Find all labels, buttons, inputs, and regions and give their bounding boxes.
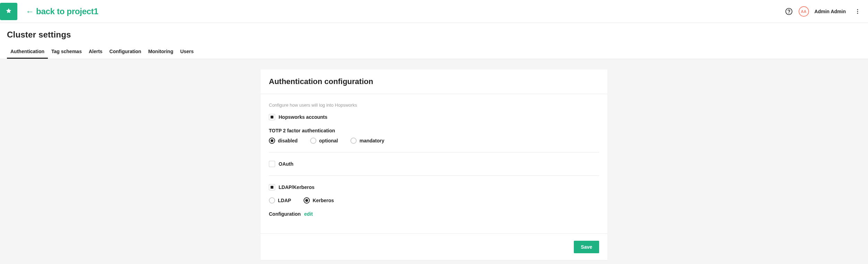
topbar: ← back to project1 AA Admin Admin <box>0 0 868 23</box>
svg-point-1 <box>789 13 789 13</box>
radio-optional[interactable] <box>310 138 316 144</box>
page-header: Cluster settings Authentication Tag sche… <box>0 23 868 59</box>
radio-kerberos[interactable] <box>304 197 310 204</box>
radio-label-mandatory: mandatory <box>359 138 384 143</box>
avatar[interactable]: AA <box>799 6 809 17</box>
content-area: Authentication configuration Configure h… <box>0 59 868 264</box>
totp-radio-group: disabled optional mandatory <box>269 138 599 144</box>
svg-point-3 <box>857 11 858 12</box>
config-label: Configuration <box>269 211 301 217</box>
more-vertical-icon <box>854 8 861 15</box>
card-header: Authentication configuration <box>261 69 607 94</box>
tabs: Authentication Tag schemas Alerts Config… <box>7 45 861 59</box>
radio-row-optional[interactable]: optional <box>310 138 338 144</box>
checkbox-row-oauth: OAuth <box>269 161 599 167</box>
svg-point-4 <box>857 13 858 14</box>
checkbox-label-oauth: OAuth <box>279 161 293 167</box>
radio-label-ldap-option: LDAP <box>278 198 291 203</box>
topbar-right: AA Admin Admin <box>783 6 862 17</box>
tab-authentication[interactable]: Authentication <box>7 45 48 59</box>
edit-link[interactable]: edit <box>304 211 313 217</box>
tab-monitoring[interactable]: Monitoring <box>145 45 177 59</box>
app-logo[interactable] <box>0 3 17 20</box>
card-footer: Save <box>261 233 607 260</box>
checkbox-oauth[interactable] <box>269 161 275 167</box>
help-button[interactable] <box>783 6 794 17</box>
radio-label-disabled: disabled <box>278 138 298 143</box>
tab-tag-schemas[interactable]: Tag schemas <box>48 45 85 59</box>
topbar-left: ← back to project1 <box>0 3 98 20</box>
ldap-radio-group: LDAP Kerberos <box>269 197 599 204</box>
tab-configuration[interactable]: Configuration <box>106 45 145 59</box>
card-title: Authentication configuration <box>269 77 599 86</box>
save-button[interactable]: Save <box>574 241 599 253</box>
radio-label-kerberos: Kerberos <box>313 198 334 203</box>
card-body: Configure how users will log into Hopswo… <box>261 94 607 233</box>
svg-point-2 <box>857 9 858 10</box>
more-menu-button[interactable] <box>853 6 862 17</box>
page-title: Cluster settings <box>7 30 861 40</box>
radio-disabled[interactable] <box>269 138 275 144</box>
checkbox-label-ldap: LDAP/Kerberos <box>279 184 314 190</box>
user-name: Admin Admin <box>815 9 846 14</box>
auth-config-card: Authentication configuration Configure h… <box>261 69 607 260</box>
checkbox-label-hopsworks: Hopsworks accounts <box>279 114 327 120</box>
totp-label: TOTP 2 factor authentication <box>269 128 599 133</box>
radio-mandatory[interactable] <box>350 138 357 144</box>
tab-users[interactable]: Users <box>177 45 197 59</box>
radio-row-ldap-option[interactable]: LDAP <box>269 197 291 204</box>
back-link[interactable]: ← back to project1 <box>26 7 98 16</box>
radio-row-mandatory[interactable]: mandatory <box>350 138 384 144</box>
logo-icon <box>5 8 12 15</box>
helper-text: Configure how users will log into Hopswo… <box>269 102 599 108</box>
tab-alerts[interactable]: Alerts <box>85 45 106 59</box>
section-ldap: LDAP/Kerberos LDAP Kerberos Configuratio… <box>269 184 599 225</box>
section-hopsworks: Hopsworks accounts TOTP 2 factor authent… <box>269 114 599 152</box>
radio-row-kerberos[interactable]: Kerberos <box>304 197 334 204</box>
checkbox-hopsworks[interactable] <box>269 114 275 120</box>
checkbox-row-ldap: LDAP/Kerberos <box>269 184 599 190</box>
section-oauth: OAuth <box>269 161 599 176</box>
checkbox-row-hopsworks: Hopsworks accounts <box>269 114 599 120</box>
radio-label-optional: optional <box>319 138 338 143</box>
checkbox-ldap[interactable] <box>269 184 275 190</box>
config-row: Configuration edit <box>269 211 599 217</box>
radio-ldap-option[interactable] <box>269 197 275 204</box>
radio-row-disabled[interactable]: disabled <box>269 138 298 144</box>
help-icon <box>785 8 793 15</box>
